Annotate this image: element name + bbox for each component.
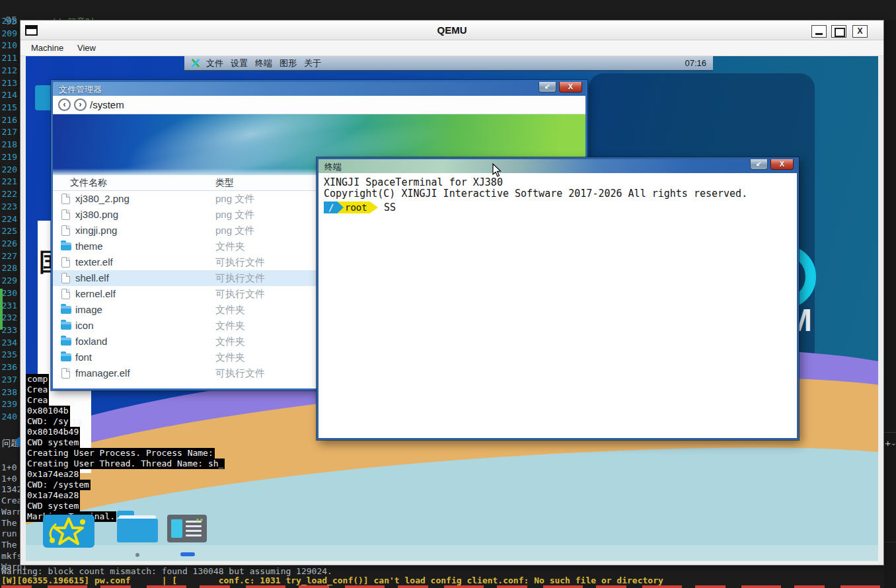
address-bar[interactable]: /system (90, 99, 124, 110)
line (186, 530, 202, 532)
terminal-banner-line2: Copyright(C) XINGJI Interactive Software… (324, 188, 792, 200)
desktop-icon-partial[interactable] (35, 85, 52, 110)
terminal-warning-line: Warning: block count mismatch: found 130… (1, 566, 332, 576)
menu-machine[interactable]: Machine (31, 43, 63, 53)
typed-command: SS (384, 202, 396, 213)
line (186, 521, 202, 523)
taskbar-menu: 文件设置终端图形关于 (206, 57, 328, 69)
vscode-right-panel-strip: + ⌄ (884, 20, 896, 588)
line-number: 225 (0, 226, 17, 236)
folder-icon (61, 322, 71, 330)
file-name: shell.elf (75, 272, 109, 283)
taskbar-menu-item[interactable]: 设置 (231, 57, 248, 69)
close-button[interactable]: X (852, 25, 868, 38)
file-type: png 文件 (215, 225, 254, 237)
line-number: 218 (0, 139, 17, 149)
taskbar-menu-item[interactable]: 图形 (280, 57, 297, 69)
file-name: fmanager.elf (75, 367, 130, 379)
close-button[interactable]: X (559, 82, 582, 92)
line-number: 223 (0, 202, 17, 211)
console-log-line: comp (26, 374, 49, 385)
line-number: 226 (0, 239, 17, 248)
console-log-line: Crea (26, 385, 49, 395)
line-number: 219 (0, 152, 17, 162)
file-type: 文件夹 (215, 240, 245, 253)
file-icon (61, 194, 70, 204)
line-number: 228 (0, 263, 17, 273)
line-number: 235 (0, 349, 17, 359)
taskbar-menu-item[interactable]: 关于 (304, 57, 321, 69)
console-log-line: CWD system (26, 501, 80, 511)
taskbar-menu-item[interactable]: 终端 (255, 57, 272, 69)
git-added-gutter-bar (0, 289, 3, 330)
line-number: 217 (0, 127, 17, 137)
green-dot (200, 519, 203, 521)
dock-folder-icon[interactable] (117, 511, 158, 542)
qemu-window-title: QEMU (20, 24, 883, 36)
minimize-button[interactable]: ↙ (539, 82, 556, 92)
terminal-content[interactable]: XINGJI SpaceTerminal for XJ380 Copyright… (318, 173, 797, 436)
line-number: 227 (0, 251, 17, 261)
line-number: 209 (0, 28, 17, 38)
qemu-titlebar[interactable]: QEMU X (20, 20, 883, 40)
folder-icon (61, 306, 71, 314)
file-manager-titlebar[interactable]: 文件管理器 ↙ X (53, 82, 585, 96)
console-log-line: CWD: /sy (26, 416, 70, 427)
line-number: 216 (0, 115, 17, 125)
terminal-window: 终端 ↙ X XINGJI SpaceTerminal for XJ380 Co… (317, 157, 799, 440)
taskbar-clock: 07:16 (685, 58, 706, 68)
line-number: 239 (0, 399, 17, 409)
file-type: 文件夹 (215, 320, 245, 332)
file-name: font (75, 351, 92, 363)
xingji-logo-icon (191, 58, 201, 68)
file-icon (61, 368, 70, 379)
new-terminal-icon[interactable]: + (885, 437, 891, 449)
editor-gutter: 2082092102112122132142152162172182192202… (0, 16, 20, 439)
forward-button[interactable]: › (74, 98, 87, 111)
maximize-button[interactable] (831, 25, 846, 38)
terminal-title: 终端 (324, 161, 342, 173)
close-button[interactable]: X (770, 159, 794, 170)
file-icon (61, 273, 70, 283)
line-number: 229 (0, 276, 17, 285)
folder-icon (61, 242, 71, 250)
guest-screen: M 国 公鱼 310 compCreaCrea0x80104bCWD: /sy0… (26, 56, 878, 561)
taskbar-menu-item[interactable]: 文件 (206, 57, 223, 69)
dock-app-xingji[interactable] (43, 515, 94, 548)
chevron-down-icon[interactable]: ⌄ (891, 439, 896, 447)
code-line-95[interactable]: 95 uint64_t parse_elf_file(char *path, p… (0, 3, 896, 19)
console-log-line: CWD: /system (26, 480, 91, 490)
file-manager-toolbar: ‹ › /system (53, 96, 585, 114)
column-header-name[interactable]: 文件名称 (70, 177, 107, 189)
line-number: 210 (0, 40, 17, 50)
terminal-titlebar[interactable]: 终端 ↙ X (318, 159, 797, 173)
terminal-banner-line1: XINGJI SpaceTerminal for XJ380 (324, 177, 792, 188)
line-number: 238 (0, 387, 17, 397)
file-name: xj380.png (75, 209, 118, 220)
file-type: 可执行文件 (215, 272, 265, 285)
panel-divider (884, 432, 896, 433)
terminal-config-error-line: [W][06355.196615] pw.conf | [ conf.c: 10… (1, 575, 663, 585)
console-log-line: 0x1a74ea28 (26, 469, 80, 480)
menu-view[interactable]: View (77, 43, 96, 53)
file-type: png 文件 (215, 193, 254, 205)
panel-divider (884, 542, 896, 542)
folder-icon (61, 338, 71, 346)
line-number: 208 (0, 16, 17, 26)
mouse-cursor-icon (492, 163, 502, 180)
terminal-screen-part (171, 519, 182, 538)
file-name: texter.elf (75, 256, 113, 268)
file-type: 文件夹 (215, 304, 245, 316)
minimize-button[interactable] (811, 25, 827, 38)
minimize-button[interactable]: ↙ (750, 159, 768, 170)
file-icon (61, 225, 70, 236)
console-log-line: 0x80104b49 (26, 427, 80, 437)
file-type: png 文件 (215, 209, 254, 221)
back-button[interactable]: ‹ (58, 98, 71, 111)
dock-strip (26, 545, 878, 561)
console-log-line: Creating User Process. Process Name: (26, 448, 215, 459)
dock-terminal-app-icon[interactable] (167, 515, 207, 542)
column-header-type[interactable]: 类型 (215, 177, 234, 189)
file-type: 文件夹 (215, 351, 245, 364)
file-name: image (75, 304, 102, 315)
